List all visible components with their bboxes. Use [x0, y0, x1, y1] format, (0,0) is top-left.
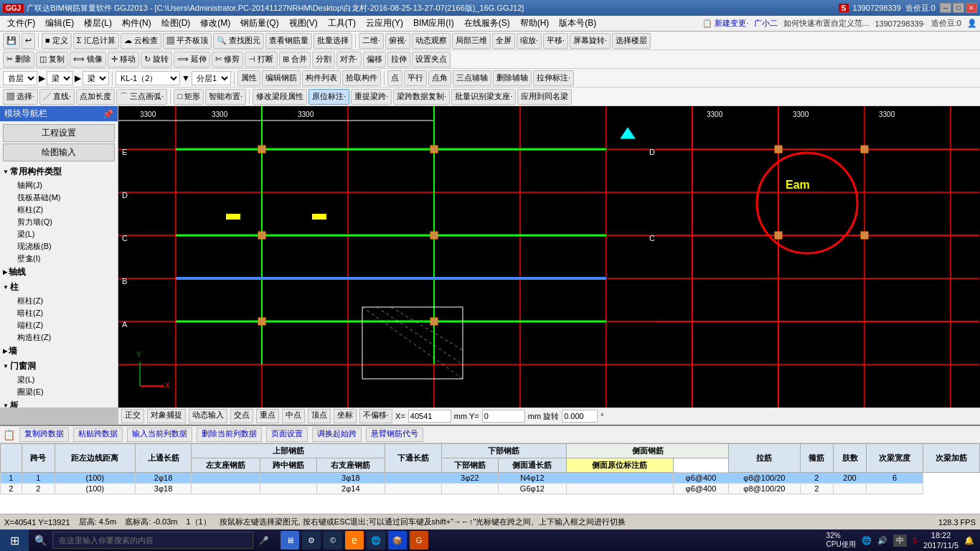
- taskbar-app-3[interactable]: ©: [324, 531, 342, 550]
- type-select[interactable]: 梁: [47, 71, 73, 85]
- start-button[interactable]: ⊞: [0, 529, 29, 551]
- orthogonal-btn[interactable]: 正交: [121, 409, 144, 423]
- merge-btn[interactable]: ⊞ 合并: [279, 52, 311, 67]
- item-frame-col2[interactable]: 框柱(Z): [0, 295, 118, 307]
- intersection-btn[interactable]: 交点: [230, 409, 253, 423]
- table-row[interactable]: 2 2 (100) 3φ18 2φ14 G6φ12 φ6@400 φ8@100/…: [1, 484, 980, 494]
- member-code-select[interactable]: KL-1（2）: [116, 71, 180, 85]
- menu-draw[interactable]: 绘图(D): [157, 16, 195, 31]
- arc-btn[interactable]: ⌒ 三点画弧·: [116, 89, 167, 105]
- item-beam2[interactable]: 梁(L): [0, 374, 118, 386]
- sidebar-pin-icon[interactable]: 📌: [103, 109, 113, 119]
- cell-left-seat-2[interactable]: [192, 484, 260, 494]
- center-btn[interactable]: 中点: [282, 409, 305, 423]
- split-btn[interactable]: 分割: [312, 52, 335, 67]
- group-slab[interactable]: 板: [0, 398, 118, 408]
- menu-rebar-qty[interactable]: 钢筋量(Q): [236, 16, 283, 31]
- menu-bim[interactable]: BIM应用(I): [409, 16, 458, 31]
- close-button[interactable]: ✕: [966, 3, 977, 13]
- stretch-btn[interactable]: 拉伸: [387, 52, 410, 67]
- cell-top-through-2[interactable]: 3φ18: [135, 484, 192, 494]
- in-situ-label-btn[interactable]: 原位标注·: [308, 89, 349, 105]
- break-btn[interactable]: ⊣ 打断: [245, 52, 277, 67]
- midpoint-btn[interactable]: 重点: [256, 409, 279, 423]
- mirror-btn[interactable]: ⟺ 镜像: [70, 52, 106, 67]
- x-input[interactable]: [408, 410, 451, 423]
- re-extract-span-btn[interactable]: 重提梁跨·: [351, 89, 392, 105]
- cell-bot-through-1[interactable]: [385, 473, 441, 484]
- three-point-axis-btn[interactable]: 三点辅轴: [453, 70, 491, 86]
- item-struct-col[interactable]: 构造柱(Z): [0, 331, 118, 344]
- item-frame-col[interactable]: 框柱(Z): [0, 204, 118, 216]
- batch-select-btn[interactable]: 批量选择: [314, 33, 352, 49]
- cell-side-through-2[interactable]: G6φ12: [498, 484, 566, 494]
- cell-bot-rebar-1[interactable]: 3φ22: [441, 473, 498, 484]
- taskbar-search[interactable]: [52, 532, 253, 549]
- zoom-btn[interactable]: 缩放·: [517, 33, 542, 49]
- group-axis[interactable]: 轴线: [0, 265, 118, 280]
- batch-identify-btn[interactable]: 批量识别梁支座·: [451, 89, 516, 105]
- cell-beam-width-1[interactable]: 200: [833, 473, 866, 484]
- span-data-copy-btn[interactable]: 梁跨数据复制·: [393, 89, 450, 105]
- 2d-btn[interactable]: 二维·: [359, 33, 384, 49]
- rotate-btn[interactable]: ↻ 旋转: [141, 52, 172, 67]
- cell-side-pos-2[interactable]: [567, 484, 674, 494]
- delete-btn[interactable]: ✂ 删除: [3, 52, 34, 67]
- cell-beam-width-2[interactable]: [833, 484, 866, 494]
- menu-file[interactable]: 文件(F): [3, 16, 39, 31]
- parallel-btn[interactable]: 平行: [404, 70, 427, 86]
- cell-legs-1[interactable]: 2: [800, 473, 833, 484]
- floor-select[interactable]: 首层: [3, 71, 37, 85]
- no-offset-btn[interactable]: 不偏移·: [359, 409, 392, 423]
- move-btn[interactable]: ✛ 移动: [108, 52, 139, 67]
- save-btn[interactable]: 💾: [3, 33, 20, 49]
- menu-view[interactable]: 视图(V): [285, 16, 322, 31]
- taskbar-app-4[interactable]: e: [345, 531, 364, 550]
- item-axis[interactable]: 轴网(J): [0, 179, 118, 192]
- cell-tie-2[interactable]: φ6@400: [673, 484, 728, 494]
- menu-online[interactable]: 在线服务(S): [460, 16, 514, 31]
- select-tool-btn[interactable]: ▦ 选择·: [3, 89, 38, 105]
- fullscreen-btn[interactable]: 全屏: [492, 33, 515, 49]
- vertex-btn[interactable]: 顶点: [308, 409, 331, 423]
- new-change-btn[interactable]: 📋 新建变更·: [702, 18, 748, 29]
- undo-btn[interactable]: ↩: [22, 33, 35, 49]
- top-view-btn[interactable]: 俯视·: [385, 33, 410, 49]
- rect-btn[interactable]: □ 矩形: [174, 89, 204, 105]
- cell-beam-add-1[interactable]: 6: [867, 473, 923, 484]
- menu-tools[interactable]: 工具(T): [324, 16, 360, 31]
- level-plate-btn[interactable]: ▦ 平齐板顶: [163, 33, 212, 49]
- menu-floor[interactable]: 楼层(L): [80, 16, 116, 31]
- point-btn[interactable]: 点: [387, 70, 402, 86]
- cloud-check-btn[interactable]: ☁ 云检查: [121, 33, 161, 49]
- item-cast-slab[interactable]: 现浇板(B): [0, 240, 118, 253]
- object-snap-btn[interactable]: 对象捕捉: [147, 409, 186, 423]
- copy-span-btn[interactable]: 复制跨数据: [19, 428, 69, 442]
- menu-version[interactable]: 版本号(B): [555, 16, 600, 31]
- menu-edit[interactable]: 编辑(E): [41, 16, 78, 31]
- menu-cloud[interactable]: 云应用(Y): [362, 16, 407, 31]
- edit-rebar-btn[interactable]: 编辑钢筋: [262, 70, 301, 86]
- member-select[interactable]: 梁: [83, 71, 109, 85]
- align-btn[interactable]: 对齐·: [336, 52, 362, 67]
- cell-left-seat-1[interactable]: [192, 473, 260, 484]
- line-btn[interactable]: ╱ 直线·: [39, 89, 75, 105]
- input-method[interactable]: 中: [893, 534, 907, 547]
- cell-beam-add-2[interactable]: [867, 484, 923, 494]
- stretch-label-btn[interactable]: 拉伸标注·: [533, 70, 574, 86]
- cell-stirrup-2[interactable]: φ8@100/20: [728, 484, 800, 494]
- find-element-btn[interactable]: 🔍 查找图元: [213, 33, 264, 49]
- y-input[interactable]: [482, 410, 525, 423]
- cell-right-seat-1[interactable]: 3φ18: [316, 473, 385, 484]
- draw-input-btn[interactable]: 绘图输入: [3, 143, 115, 161]
- project-settings-btn[interactable]: 工程设置: [3, 124, 115, 142]
- cell-top-through-1[interactable]: 2φ18: [135, 473, 192, 484]
- cantilever-code-btn[interactable]: 悬臂钢筋代号: [366, 428, 423, 442]
- group-door-window[interactable]: 门窗洞: [0, 359, 118, 374]
- cell-side-pos-1[interactable]: [567, 473, 674, 484]
- trim-btn[interactable]: ✄ 修剪: [212, 52, 243, 67]
- page-setup-btn[interactable]: 页面设置: [266, 428, 308, 442]
- guangxiao-btn[interactable]: 广小二: [754, 18, 778, 29]
- offset-btn[interactable]: 偏移: [363, 52, 386, 67]
- property-btn[interactable]: 属性: [237, 70, 260, 86]
